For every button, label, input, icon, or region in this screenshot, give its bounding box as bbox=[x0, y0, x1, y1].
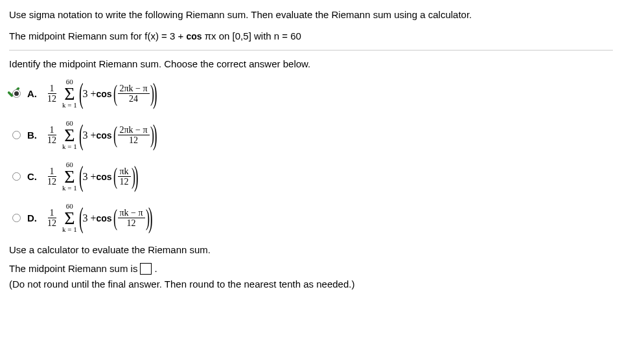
option-letter-a: A. bbox=[27, 88, 39, 99]
sigma-icon: Σ bbox=[64, 85, 75, 102]
question-problem: The midpoint Riemann sum for f(x) = 3 + … bbox=[9, 29, 613, 43]
option-letter-d: D. bbox=[27, 212, 39, 223]
identify-prompt: Identify the midpoint Riemann sum. Choos… bbox=[9, 57, 613, 71]
sigma-icon: Σ bbox=[64, 127, 75, 143]
answer-suffix: . bbox=[154, 263, 157, 274]
formula-a: 112 60Σk = 1 ( 3 + cos ( 2πk − π24 ) ) bbox=[44, 78, 156, 109]
option-d[interactable]: D. 112 60Σk = 1 ( 3 + cos ( πk − π12 ) ) bbox=[9, 203, 613, 234]
answer-line: The midpoint Riemann sum is . bbox=[9, 263, 613, 275]
formula-d: 112 60Σk = 1 ( 3 + cos ( πk − π12 ) ) bbox=[44, 203, 152, 233]
formula-c: 112 60Σk = 1 ( 3 + cos ( πk12 ) ) bbox=[44, 161, 137, 192]
answer-input[interactable] bbox=[140, 263, 152, 275]
option-letter-c: C. bbox=[27, 171, 39, 182]
option-c[interactable]: C. 112 60Σk = 1 ( 3 + cos ( πk12 ) ) bbox=[9, 161, 613, 192]
option-letter-b: B. bbox=[27, 130, 39, 141]
radio-a[interactable] bbox=[12, 89, 21, 98]
sigma-icon: Σ bbox=[64, 210, 75, 226]
problem-prefix: The midpoint Riemann sum for f(x) = 3 + bbox=[9, 30, 186, 41]
problem-cos: cos bbox=[186, 31, 202, 41]
problem-suffix: πx on [0,5] with n = 60 bbox=[202, 30, 301, 41]
options-group: A. 112 60Σk = 1 ( 3 + cos ( 2πk − π24 ) … bbox=[9, 78, 613, 234]
eval-prompt: Use a calculator to evaluate the Riemann… bbox=[9, 244, 613, 255]
sigma-icon: Σ bbox=[64, 168, 75, 185]
question-intro: Use sigma notation to write the followin… bbox=[9, 8, 613, 21]
radio-d[interactable] bbox=[12, 214, 21, 222]
formula-b: 112 60Σk = 1 ( 3 + cos ( 2πk − π12 ) ) bbox=[44, 120, 156, 150]
option-b[interactable]: B. 112 60Σk = 1 ( 3 + cos ( 2πk − π12 ) … bbox=[9, 120, 613, 151]
option-a[interactable]: A. 112 60Σk = 1 ( 3 + cos ( 2πk − π24 ) … bbox=[9, 78, 613, 109]
divider bbox=[9, 50, 613, 51]
radio-c[interactable] bbox=[12, 172, 21, 181]
radio-b[interactable] bbox=[12, 131, 21, 139]
answer-prefix: The midpoint Riemann sum is bbox=[9, 263, 137, 274]
hint-text: (Do not round until the final answer. Th… bbox=[9, 279, 613, 290]
